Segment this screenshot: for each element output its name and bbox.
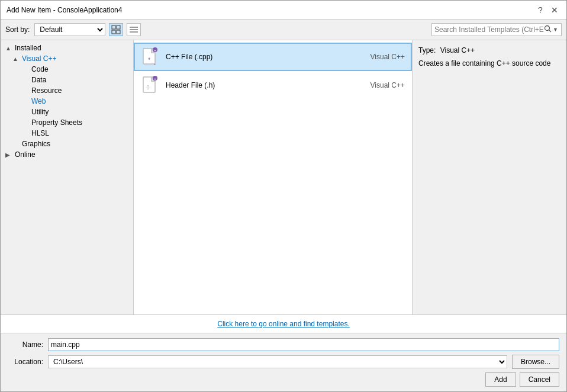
middle-panel: + + + C++ File (.cpp) Visual C++ xyxy=(134,40,413,314)
data-label: Data xyxy=(31,76,46,84)
svg-rect-2 xyxy=(112,30,115,34)
location-select[interactable]: C:\Users\ xyxy=(48,355,507,368)
utility-label: Utility xyxy=(31,108,49,116)
close-button[interactable]: ✕ xyxy=(549,4,560,16)
add-button[interactable]: Add xyxy=(485,372,516,387)
top-bar: Sort by: Default xyxy=(1,20,566,40)
online-label: Online xyxy=(15,150,36,159)
svg-text:+: + xyxy=(154,77,156,81)
bottom-link-area: Click here to go online and find templat… xyxy=(1,314,566,333)
left-panel: ▲ Installed ▲ Visual C++ Code Data Resou… xyxy=(1,40,134,314)
header-file-name: Header File (.h) xyxy=(166,81,340,89)
title-bar: Add New Item - ConsoleApplication4 ? ✕ xyxy=(1,1,566,20)
visual-cpp-label: Visual C++ xyxy=(22,54,56,63)
footer: Name: Location: C:\Users\ Browse... Add … xyxy=(1,333,566,391)
sort-select[interactable]: Default xyxy=(34,23,105,36)
name-row: Name: xyxy=(8,338,559,351)
search-dropdown-icon[interactable]: ▼ xyxy=(553,27,558,33)
type-value: Visual C++ xyxy=(440,46,475,54)
svg-line-8 xyxy=(549,30,552,33)
location-label: Location: xyxy=(8,358,43,366)
graphics-label: Graphics xyxy=(22,140,50,148)
svg-point-7 xyxy=(545,26,550,31)
svg-rect-1 xyxy=(117,25,120,29)
code-label: Code xyxy=(31,65,49,73)
search-input[interactable] xyxy=(434,25,544,34)
cancel-button[interactable]: Cancel xyxy=(520,372,559,387)
type-label: Type: Visual C++ xyxy=(418,46,560,54)
footer-buttons: Add Cancel xyxy=(8,372,559,387)
svg-rect-0 xyxy=(112,25,115,29)
main-row: ▲ Installed ▲ Visual C++ Code Data Resou… xyxy=(1,40,566,314)
location-row: Location: C:\Users\ Browse... xyxy=(8,355,559,369)
right-panel: Type: Visual C++ Creates a file containi… xyxy=(413,40,566,314)
tree-item-data[interactable]: Data xyxy=(1,75,133,85)
tree-item-hlsl[interactable]: HLSL xyxy=(1,128,133,139)
web-label: Web xyxy=(31,97,46,105)
tree-item-web[interactable]: Web xyxy=(1,96,133,107)
tree-item-resource[interactable]: Resource xyxy=(1,85,133,96)
svg-text:{}: {} xyxy=(146,84,150,89)
tree-item-code[interactable]: Code xyxy=(1,64,133,75)
name-label: Name: xyxy=(8,340,43,349)
online-templates-link[interactable]: Click here to go online and find templat… xyxy=(217,320,349,328)
cpp-file-name: C++ File (.cpp) xyxy=(166,53,340,61)
cpp-file-icon: + + + xyxy=(141,47,160,66)
type-key: Type: xyxy=(418,46,436,54)
grid-view-button[interactable] xyxy=(109,23,123,36)
browse-button[interactable]: Browse... xyxy=(512,355,559,369)
item-cpp-file[interactable]: + + + C++ File (.cpp) Visual C++ xyxy=(134,43,412,71)
property-sheets-label: Property Sheets xyxy=(31,118,82,127)
type-description: Creates a file containing C++ source cod… xyxy=(418,59,560,68)
add-new-item-dialog: Add New Item - ConsoleApplication4 ? ✕ S… xyxy=(0,0,567,392)
header-file-icon: {} + xyxy=(141,76,160,95)
tree-item-visual-cpp[interactable]: ▲ Visual C++ xyxy=(1,53,133,64)
resource-label: Resource xyxy=(31,86,62,95)
sort-by-label: Sort by: xyxy=(5,25,30,34)
tree-item-property-sheets[interactable]: Property Sheets xyxy=(1,117,133,128)
tree-item-utility[interactable]: Utility xyxy=(1,107,133,117)
svg-text:+: + xyxy=(154,62,156,66)
help-button[interactable]: ? xyxy=(534,4,546,16)
tree-item-installed[interactable]: ▲ Installed xyxy=(1,43,133,53)
svg-rect-3 xyxy=(117,30,120,34)
installed-label: Installed xyxy=(15,44,41,52)
dialog-title: Add New Item - ConsoleApplication4 xyxy=(7,6,122,14)
svg-text:+: + xyxy=(154,49,156,52)
cpp-file-type: Visual C++ xyxy=(346,53,405,61)
visual-cpp-arrow: ▲ xyxy=(12,56,20,62)
tree-item-online[interactable]: ▶ Online xyxy=(1,149,133,160)
search-box[interactable]: ▼ xyxy=(431,23,562,36)
online-arrow: ▶ xyxy=(5,152,12,158)
title-bar-controls: ? ✕ xyxy=(534,4,560,16)
tree-item-graphics[interactable]: Graphics xyxy=(1,139,133,149)
header-file-type: Visual C++ xyxy=(346,81,405,89)
svg-text:+: + xyxy=(148,56,151,62)
name-input[interactable] xyxy=(48,338,559,351)
installed-arrow: ▲ xyxy=(5,45,12,52)
hlsl-label: HLSL xyxy=(31,129,49,137)
list-view-button[interactable] xyxy=(127,23,141,36)
search-icon-button[interactable] xyxy=(544,25,552,34)
item-header-file[interactable]: {} + Header File (.h) Visual C++ xyxy=(134,71,412,99)
